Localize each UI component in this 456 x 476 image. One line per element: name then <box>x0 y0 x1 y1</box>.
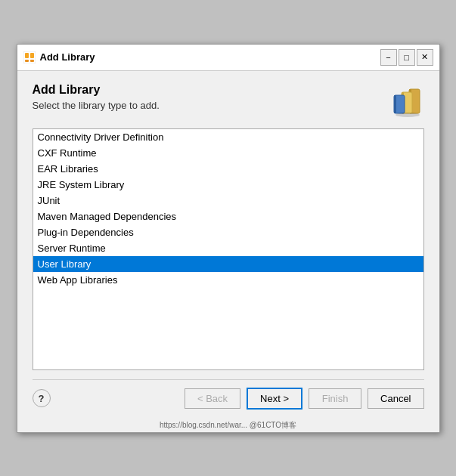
library-type-list[interactable]: Connectivity Driver DefinitionCXF Runtim… <box>33 128 424 370</box>
title-bar-controls: − □ ✕ <box>380 49 433 66</box>
list-item[interactable]: JRE System Library <box>33 177 423 193</box>
svg-rect-0 <box>25 53 29 58</box>
minimize-button[interactable]: − <box>380 49 397 66</box>
svg-rect-1 <box>30 53 34 58</box>
list-item[interactable]: JUnit <box>33 193 423 209</box>
list-item[interactable]: Maven Managed Dependencies <box>33 209 423 224</box>
svg-rect-2 <box>25 60 29 62</box>
cancel-button[interactable]: Cancel <box>368 388 423 409</box>
dialog-content: Add Library Select the library type to a… <box>17 71 439 419</box>
title-bar: Add Library − □ ✕ <box>17 45 439 71</box>
books-icon <box>388 83 424 119</box>
finish-button[interactable]: Finish <box>309 388 361 409</box>
dialog-footer: ? < Back Next > Finish Cancel <box>33 379 424 410</box>
dialog-window: Add Library − □ ✕ Add Library Select the… <box>17 44 440 433</box>
title-bar-text: Add Library <box>40 51 380 63</box>
back-button[interactable]: < Back <box>185 388 240 409</box>
next-button[interactable]: Next > <box>247 388 302 410</box>
help-button[interactable]: ? <box>33 389 51 407</box>
svg-point-11 <box>396 113 420 117</box>
dialog-header-text: Add Library Select the library type to a… <box>33 83 379 111</box>
watermark: https://blog.csdn.net/war... @61CTO博客 <box>17 419 439 432</box>
dialog-title: Add Library <box>33 83 379 97</box>
list-item[interactable]: Web App Libraries <box>33 272 423 288</box>
list-item[interactable]: Server Runtime <box>33 240 423 256</box>
svg-rect-3 <box>30 60 34 62</box>
window-icon <box>23 51 36 63</box>
close-button[interactable]: ✕ <box>417 49 433 66</box>
svg-rect-10 <box>394 95 396 113</box>
list-item[interactable]: EAR Libraries <box>33 161 423 177</box>
maximize-button[interactable]: □ <box>399 49 415 66</box>
dialog-subtitle: Select the library type to add. <box>33 100 379 111</box>
list-item[interactable]: Connectivity Driver Definition <box>33 129 423 145</box>
list-item[interactable]: CXF Runtime <box>33 145 423 161</box>
list-item[interactable]: User Library <box>33 256 423 272</box>
list-item[interactable]: Plug-in Dependencies <box>33 224 423 240</box>
dialog-header: Add Library Select the library type to a… <box>33 83 424 119</box>
